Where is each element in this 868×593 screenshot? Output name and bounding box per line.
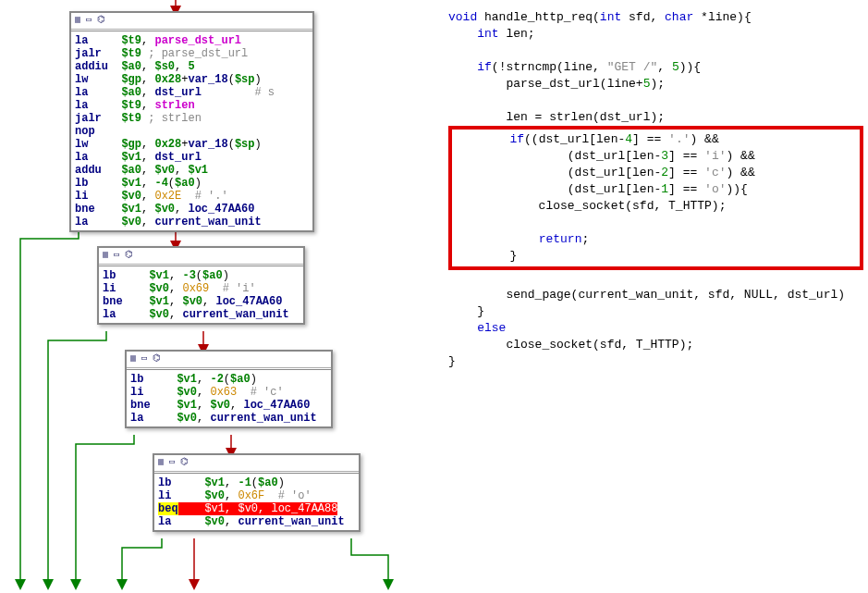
- basic-block-1[interactable]: ▥ ▭ ⌬la $t9, parse_dst_urljalr $t9 ; par…: [69, 11, 314, 232]
- highlighted-condition-block: if((dst_url[len-4] == '.') && (dst_url[l…: [448, 126, 863, 270]
- block-titlebar: ▥ ▭ ⌬: [127, 352, 331, 368]
- disassembly-graph-pane[interactable]: ▥ ▭ ⌬la $t9, parse_dst_urljalr $t9 ; par…: [0, 0, 444, 593]
- decompiler-pane[interactable]: void handle_http_req(int sfd, char *line…: [444, 0, 868, 593]
- basic-block-3[interactable]: ▥ ▭ ⌬lb $v1, -2($a0)li $v0, 0x63 # 'c'bn…: [125, 350, 333, 428]
- basic-block-4[interactable]: ▥ ▭ ⌬lb $v1, -1($a0)li $v0, 0x6F # 'o'be…: [153, 453, 361, 532]
- block-titlebar: ▥ ▭ ⌬: [154, 455, 359, 472]
- basic-block-2[interactable]: ▥ ▭ ⌬lb $v1, -3($a0)li $v0, 0x69 # 'i'bn…: [97, 246, 305, 325]
- block-titlebar: ▥ ▭ ⌬: [71, 13, 312, 30]
- block-titlebar: ▥ ▭ ⌬: [99, 248, 303, 265]
- c-source-view[interactable]: void handle_http_req(int sfd, char *line…: [448, 9, 863, 370]
